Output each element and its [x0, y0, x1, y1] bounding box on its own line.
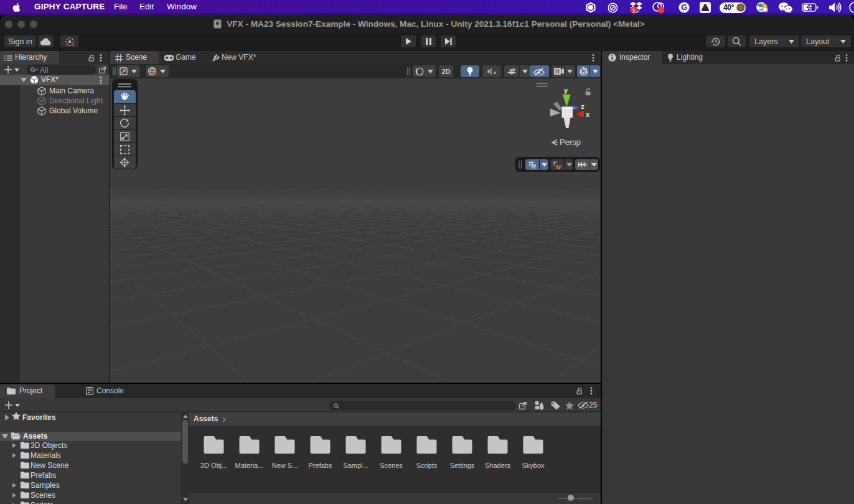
- svg-text:x: x: [70, 41, 73, 47]
- svg-text:y: y: [564, 86, 568, 94]
- svg-text:G: G: [681, 3, 687, 12]
- svg-text:Y: Y: [533, 164, 537, 169]
- svg-text:x: x: [494, 70, 497, 75]
- svg-text:1: 1: [632, 7, 636, 14]
- svg-text:z: z: [581, 103, 584, 110]
- svg-text:x: x: [586, 111, 590, 118]
